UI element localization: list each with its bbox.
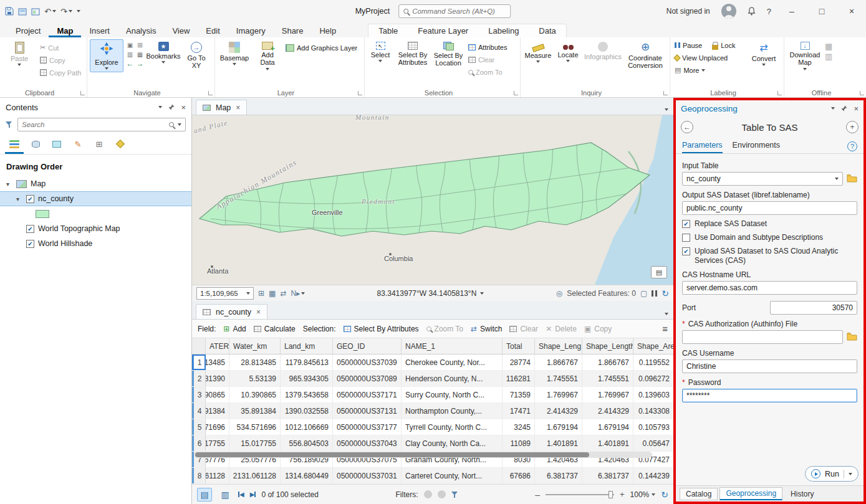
select-by-attributes-button[interactable]: Select By Attributes — [395, 39, 430, 69]
table-row[interactable]: 601775515.017755556.8045030500000US37043… — [192, 435, 673, 452]
go-to-xy-button[interactable]: → Go To XY — [182, 39, 211, 72]
maximize-button[interactable]: □ — [812, 6, 831, 16]
avatar[interactable] — [721, 4, 736, 19]
command-search[interactable] — [398, 4, 511, 18]
lock-labels-button[interactable]: Lock — [710, 39, 737, 51]
table-row[interactable]: 181348528.8134851179.8456130500000US3703… — [192, 354, 673, 371]
pin-icon[interactable] — [168, 104, 175, 110]
table-row[interactable]: 339086510.3908651379.5436580500000US3717… — [192, 387, 673, 403]
contents-search[interactable] — [17, 118, 186, 131]
tab-drawing-order[interactable] — [5, 136, 24, 154]
dialog-launcher-icon[interactable] — [80, 91, 85, 95]
pause-drawing-icon[interactable] — [652, 290, 657, 297]
graticule-icon[interactable]: ▦ — [269, 289, 276, 298]
first-record-icon[interactable]: ◀ — [238, 491, 244, 498]
selection-box-icon[interactable]: ▢ — [640, 289, 647, 298]
add-field-button[interactable]: ⊞Add — [223, 325, 246, 333]
search-options-icon[interactable] — [178, 123, 181, 126]
tab-view[interactable]: View — [164, 25, 198, 37]
attributes-button[interactable]: Attributes — [466, 41, 509, 53]
offline-tool-icon[interactable]: ▥ — [825, 52, 832, 61]
notifications-icon[interactable] — [748, 7, 756, 16]
port-input[interactable] — [770, 301, 857, 315]
cas-hostname-input[interactable] — [682, 281, 857, 295]
new-map-icon[interactable] — [18, 7, 27, 16]
checkbox[interactable] — [682, 247, 690, 255]
layer-checkbox[interactable] — [26, 195, 34, 203]
tab-labeling[interactable]: Labeling — [478, 24, 529, 37]
overview-map-button[interactable]: ▤ — [651, 266, 667, 278]
tab-history[interactable]: History — [784, 488, 820, 500]
symbol-swatch[interactable] — [36, 210, 49, 218]
form-view-icon[interactable]: ▥ — [218, 488, 233, 502]
sort-filter-icon[interactable] — [451, 492, 458, 498]
zoom-out-icon[interactable]: – — [535, 490, 540, 500]
help-icon[interactable]: ? — [767, 7, 771, 16]
scrollbar-thumb[interactable] — [195, 452, 589, 457]
fixed-zoom-out-icon[interactable]: ▥ — [125, 50, 135, 59]
clear-button[interactable]: Clear — [466, 54, 509, 65]
delete-selection-button[interactable]: ✕Delete — [546, 325, 577, 333]
browse-folder-icon[interactable] — [847, 174, 857, 184]
add-bookmark-icon[interactable]: ⊞ — [258, 289, 264, 298]
run-button[interactable]: Run — [805, 466, 859, 482]
row-number[interactable]: 3 — [192, 387, 206, 402]
tree-item-map[interactable]: ▾ Map — [0, 176, 191, 191]
refresh-icon[interactable]: ↻ — [662, 288, 669, 298]
column-header[interactable]: GEO_ID — [333, 338, 402, 354]
scale-select[interactable]: 1:5,109,965 — [196, 287, 254, 300]
expander-icon[interactable]: ▾ — [6, 181, 12, 188]
tab-list-icon[interactable] — [665, 108, 668, 111]
calculate-field-button[interactable]: Calculate — [254, 325, 296, 333]
checkbox[interactable] — [682, 220, 690, 228]
full-extent-icon[interactable]: ▣ — [125, 40, 135, 49]
zoom-in-icon[interactable]: + — [620, 490, 625, 499]
dialog-launcher-icon[interactable] — [777, 91, 782, 95]
tree-item-topographic[interactable]: World Topographic Map — [0, 221, 191, 236]
minimize-button[interactable]: – — [782, 6, 801, 16]
convert-labels-button[interactable]: ⇄ Convert — [748, 39, 779, 69]
view-unplaced-button[interactable]: View Unplaced — [673, 52, 746, 64]
add-tool-icon[interactable]: + — [846, 121, 859, 133]
copy-button[interactable]: Copy — [38, 54, 83, 66]
tab-geoprocessing[interactable]: Geoprocessing — [719, 487, 782, 500]
swipe-icon[interactable]: ⇄ — [280, 289, 286, 298]
selection-filter-icon[interactable] — [438, 490, 446, 498]
column-header[interactable]: Shape_Area — [633, 338, 673, 354]
download-map-button[interactable]: ↓ Download Map — [787, 39, 823, 73]
north-arrow-icon[interactable]: N▸ — [291, 289, 305, 298]
zoom-selection-icon[interactable]: ▦ — [135, 50, 145, 59]
row-number[interactable]: 2 — [192, 371, 206, 386]
column-header[interactable]: Water_km — [229, 338, 281, 354]
column-header[interactable]: ATER — [206, 338, 229, 354]
select-by-location-button[interactable]: Select By Location — [432, 39, 464, 70]
refresh-icon[interactable]: ↻ — [661, 490, 668, 500]
coordinates-display[interactable]: 83.3413977°W 34.1405813°N — [377, 289, 484, 298]
dialog-launcher-icon[interactable] — [663, 91, 668, 95]
coordinate-conversion-button[interactable]: ⊕ Coordinate Conversion — [625, 39, 666, 72]
close-tab-icon[interactable]: × — [256, 308, 261, 316]
replace-sas-dataset-option[interactable]: Replace SAS Dataset — [682, 219, 857, 229]
tab-insert[interactable]: Insert — [81, 25, 118, 37]
zoom-to-button[interactable]: Zoom To — [466, 66, 509, 78]
column-header[interactable]: NAME_1 — [402, 338, 503, 354]
tab-analysis[interactable]: Analysis — [118, 25, 164, 37]
dialog-launcher-icon[interactable] — [514, 91, 518, 95]
tab-list-icon[interactable] — [665, 313, 668, 315]
table-row[interactable]: 5571696534.5716961012.1066690500000US371… — [192, 419, 673, 435]
table-row[interactable]: 489138435.8913841390.0325580500000US3713… — [192, 403, 673, 419]
infographics-button[interactable]: Infographics — [583, 39, 623, 63]
zoom-to-button[interactable]: Zoom To — [426, 325, 463, 333]
tab-editing[interactable]: ✎ — [69, 136, 87, 154]
zoom-level[interactable]: 100% — [630, 490, 656, 499]
map-view-tab[interactable]: Map × — [196, 100, 247, 115]
row-number[interactable]: 5 — [192, 419, 206, 435]
row-number[interactable]: 8 — [192, 468, 206, 483]
selected-features-count[interactable]: Selected Features: 0 — [567, 289, 636, 298]
bookmarks-button[interactable]: ★ Bookmarks — [147, 39, 180, 66]
close-pane-icon[interactable]: × — [181, 103, 186, 112]
tab-parameters[interactable]: Parameters — [682, 141, 723, 153]
tab-snapping[interactable]: ⊞ — [90, 136, 108, 154]
table-view-tab[interactable]: nc_county × — [196, 304, 267, 319]
tab-project[interactable]: Project — [7, 25, 49, 37]
